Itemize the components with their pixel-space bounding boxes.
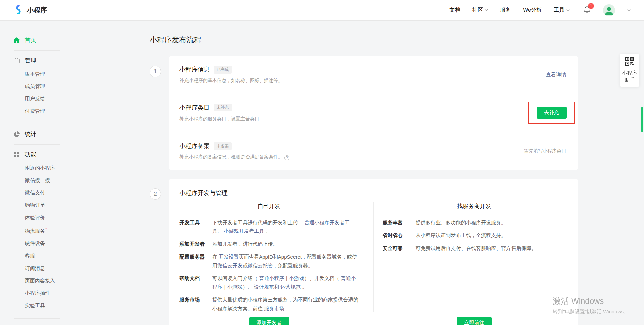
sidebar-item-version-manage[interactable]: 版本管理 bbox=[13, 68, 86, 80]
view-details-link[interactable]: 查看详情 bbox=[546, 72, 566, 78]
column-divider bbox=[373, 202, 374, 312]
avatar[interactable] bbox=[603, 4, 615, 16]
sidebar-item-hardware-devices[interactable]: 硬件设备 bbox=[13, 237, 86, 250]
inline-link[interactable]: 设计规范 bbox=[254, 284, 274, 290]
red-highlight-box: 去补充 bbox=[528, 102, 575, 124]
sidebar-item-nearby-miniprogram[interactable]: 附近的小程序 bbox=[13, 162, 86, 174]
row-desc: 补充小程序的备案信息，检测是否满足备案条件。? bbox=[179, 154, 289, 160]
vendor-dev-header: 找服务商开发 bbox=[383, 202, 566, 210]
nav-item-docs[interactable]: 文档 bbox=[449, 7, 460, 14]
sidebar: 首页 管理 版本管理 成员管理 用户反馈 付费管理 统计 功能 附近的小程序 bbox=[0, 21, 86, 325]
inline-text: 。 bbox=[284, 306, 290, 311]
row-desc-text: 补充小程序的备案信息，检测是否满足备案条件。 bbox=[179, 154, 283, 159]
dev-row-server-config: 配置服务器 在 开发设置页面查看AppID和AppSecret，配置服务器域名，… bbox=[179, 252, 359, 270]
sidebar-item-page-content-access[interactable]: 页面内容接入 bbox=[13, 275, 86, 287]
status-badge: 未补充 bbox=[214, 104, 232, 111]
inline-link[interactable]: 普通小程序 bbox=[259, 275, 284, 281]
sidebar-home-label: 首页 bbox=[25, 36, 36, 44]
sidebar-item-logistics-service[interactable]: 物流服务* bbox=[13, 224, 86, 237]
sidebar-item-experimental-tools[interactable]: 实验工具 bbox=[13, 299, 86, 312]
dev-row-text: 提供多行业、多功能的小程序开发服务。 bbox=[416, 218, 566, 227]
inline-link[interactable]: 微信云开发 bbox=[217, 263, 243, 268]
notifications-button[interactable]: 1 bbox=[583, 6, 591, 15]
sidebar-section-manage[interactable]: 管理 bbox=[13, 57, 86, 64]
help-icon[interactable]: ? bbox=[284, 155, 289, 160]
nav-label: 社区 bbox=[472, 7, 483, 14]
sidebar-item-experience-rating[interactable]: 体验评价 bbox=[13, 212, 86, 224]
sidebar-item-label: 物流服务 bbox=[25, 228, 45, 234]
sidebar-item-shopping-orders[interactable]: 购物订单 bbox=[13, 199, 86, 212]
vendor-row-time-saving: 省时省心 从小程序认证到发布上线，全流程支持。 bbox=[383, 231, 566, 240]
dev-row-label: 安全可靠 bbox=[383, 244, 416, 253]
row-title: 小程序类目 bbox=[179, 104, 210, 112]
dev-row-text: 下载开发者工具进行代码的开发和上传： 普通小程序开发者工具、 小游戏开发者工具 … bbox=[212, 218, 359, 235]
dev-row-text: 可免费试用后再支付、在线客服响应、官方售后保障。 bbox=[416, 244, 566, 253]
sidebar-item-home[interactable]: 首页 bbox=[13, 36, 86, 44]
inline-text: ）、开发文档（ bbox=[304, 275, 341, 281]
dev-row-tools: 开发工具 下载开发者工具进行代码的开发和上传： 普通小程序开发者工具、 小游戏开… bbox=[179, 218, 359, 235]
assistant-label-line1: 小程序 bbox=[621, 69, 638, 76]
page-title: 小程序发布流程 bbox=[150, 35, 644, 45]
sidebar-item-wechat-pay[interactable]: 微信支付 bbox=[13, 187, 86, 199]
vendor-row-safe-reliable: 安全可靠 可免费试用后再支付、在线客服响应、官方售后保障。 bbox=[383, 244, 566, 253]
inline-text: ，免配置服务器。 bbox=[273, 263, 313, 268]
sidebar-item-miniprogram-plugins[interactable]: 小程序插件 bbox=[13, 287, 86, 299]
self-dev-header: 自己开发 bbox=[179, 202, 359, 210]
sidebar-item-member-manage[interactable]: 成员管理 bbox=[13, 80, 86, 93]
inline-text: 或 bbox=[243, 263, 248, 268]
dev-row-text: 添加开发者，进行代码上传。 bbox=[212, 240, 359, 248]
dev-row-help-docs: 帮助文档 可以阅读入门介绍（ 普通小程序｜小游戏）、开发文档（ 普通小程序｜小游… bbox=[179, 274, 359, 291]
scrollbar-thumb[interactable] bbox=[641, 107, 643, 132]
chevron-down-icon[interactable] bbox=[627, 9, 631, 11]
sidebar-item-customer-service[interactable]: 客服 bbox=[13, 250, 86, 262]
dev-row-add-developer: 添加开发者 添加开发者，进行代码上传。 bbox=[179, 240, 359, 248]
inline-text: 。 bbox=[264, 228, 270, 234]
inline-text: 在 bbox=[212, 254, 219, 260]
add-developer-button[interactable]: 添加开发者 bbox=[249, 317, 289, 325]
nav-item-community[interactable]: 社区 bbox=[472, 7, 488, 14]
go-supplement-button[interactable]: 去补充 bbox=[537, 107, 567, 119]
step1-card: 小程序信息 已完成 补充小程序的基本信息，如名称、图标、描述等。 查看详情 小程… bbox=[169, 56, 578, 170]
dev-row-label: 省时省心 bbox=[383, 231, 416, 240]
dev-manage-title: 小程序开发与管理 bbox=[169, 179, 578, 200]
inline-link[interactable]: 小游戏 bbox=[289, 275, 304, 281]
status-badge: 已完成 bbox=[214, 66, 232, 74]
row-miniprogram-filing: 小程序备案 未备案 补充小程序的备案信息，检测是否满足备案条件。? 需先填写小程… bbox=[169, 133, 578, 170]
inline-link[interactable]: 服务市场 bbox=[264, 306, 284, 311]
status-badge: 未备案 bbox=[214, 142, 232, 150]
inline-text: ｜ bbox=[284, 275, 289, 281]
go-now-button[interactable]: 立即前往 bbox=[457, 317, 492, 325]
step2-card: 小程序开发与管理 自己开发 开发工具 下载开发者工具进行代码的开发和上传： 普通… bbox=[169, 179, 578, 325]
sidebar-item-wechat-search[interactable]: 微信搜一搜 bbox=[13, 174, 86, 187]
inline-link[interactable]: 小游戏 bbox=[227, 284, 243, 290]
nav-label: 工具 bbox=[554, 7, 565, 14]
sidebar-section-statistics[interactable]: 统计 bbox=[13, 130, 86, 138]
divider bbox=[14, 124, 60, 124]
notification-badge: 1 bbox=[588, 3, 594, 9]
top-nav: 小程序 文档 社区 服务 We分析 工具 1 bbox=[0, 0, 644, 21]
inline-link[interactable]: 开发设置 bbox=[219, 254, 239, 260]
inline-link[interactable]: 运营规范 bbox=[280, 284, 301, 290]
new-dot-badge: * bbox=[45, 227, 47, 232]
nav-item-tools[interactable]: 工具 bbox=[554, 7, 570, 14]
inline-text: 和 bbox=[274, 284, 280, 290]
grid-icon bbox=[13, 152, 20, 157]
sidebar-item-subscribe-messages[interactable]: 订阅消息 bbox=[13, 262, 86, 275]
logo[interactable]: 小程序 bbox=[13, 5, 47, 16]
nav-item-services[interactable]: 服务 bbox=[500, 7, 511, 14]
row-desc: 补充小程序的服务类目，设置主营类目 bbox=[179, 116, 259, 122]
inline-text: ）、 bbox=[243, 284, 254, 290]
sidebar-item-user-feedback[interactable]: 用户反馈 bbox=[13, 93, 86, 105]
windows-activation-watermark: 激活 Windows 转到"电脑设置"以激活 Windows。 bbox=[553, 296, 629, 315]
inline-link[interactable]: 微信云托管 bbox=[248, 263, 273, 268]
sidebar-section-functions[interactable]: 功能 bbox=[13, 151, 86, 158]
inline-link[interactable]: 小游戏开发者工具 bbox=[224, 228, 264, 234]
row-miniprogram-category: 小程序类目 未补充 补充小程序的服务类目，设置主营类目 去补充 bbox=[169, 93, 578, 133]
step-number: 1 bbox=[150, 66, 161, 77]
miniprogram-assistant-widget[interactable]: 小程序 助手 bbox=[620, 54, 639, 87]
watermark-line1: 激活 Windows bbox=[553, 296, 629, 307]
dev-row-text: 提供大量优质的小程序第三方服务，为不同行业的商家提供合适的小程序解决方案。前往 … bbox=[212, 295, 359, 313]
sidebar-item-payment-manage[interactable]: 付费管理 bbox=[13, 105, 86, 118]
dev-row-service-market: 服务市场 提供大量优质的小程序第三方服务，为不同行业的商家提供合适的小程序解决方… bbox=[179, 295, 359, 313]
nav-item-we-analytics[interactable]: We分析 bbox=[523, 7, 542, 14]
